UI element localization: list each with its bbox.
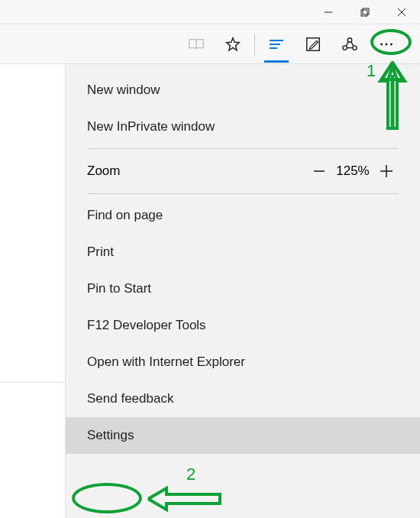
webnote-button[interactable] <box>295 26 331 63</box>
toolbar-separator <box>254 34 255 55</box>
zoom-out-button[interactable] <box>307 163 331 179</box>
close-button[interactable] <box>383 0 420 24</box>
hub-icon <box>267 35 286 53</box>
reading-view-icon <box>188 36 205 53</box>
svg-point-11 <box>353 45 357 50</box>
minus-icon <box>312 163 327 179</box>
more-menu: New window New InPrivate window Zoom 125… <box>66 64 420 518</box>
menu-separator <box>87 193 399 194</box>
svg-rect-1 <box>361 10 367 16</box>
window-titlebar <box>0 0 420 24</box>
menu-item-label: Find on page <box>87 208 163 223</box>
browser-toolbar <box>0 24 420 64</box>
page-background-left <box>0 64 66 518</box>
menu-item-label: Pin to Start <box>87 281 151 296</box>
menu-item-label: Settings <box>87 428 134 443</box>
share-button[interactable] <box>331 26 368 63</box>
svg-point-10 <box>343 45 347 50</box>
menu-item-label: Open with Internet Explorer <box>87 355 245 370</box>
menu-zoom-row: Zoom 125% <box>66 152 420 190</box>
menu-devtools[interactable]: F12 Developer Tools <box>66 307 420 344</box>
minimize-button[interactable] <box>310 0 347 24</box>
menu-new-inprivate[interactable]: New InPrivate window <box>66 108 420 145</box>
maximize-button[interactable] <box>347 0 383 24</box>
menu-open-ie[interactable]: Open with Internet Explorer <box>66 344 420 380</box>
menu-find[interactable]: Find on page <box>66 197 420 234</box>
menu-item-label: New InPrivate window <box>87 119 215 134</box>
reading-view-button[interactable] <box>178 26 215 63</box>
zoom-label: Zoom <box>87 163 120 179</box>
svg-line-12 <box>346 41 348 46</box>
menu-settings[interactable]: Settings <box>66 417 420 454</box>
webnote-icon <box>305 36 321 53</box>
minimize-icon <box>324 8 333 17</box>
content-area: New window New InPrivate window Zoom 125… <box>0 64 420 518</box>
menu-print[interactable]: Print <box>66 234 420 270</box>
favorites-button[interactable] <box>215 26 251 63</box>
menu-item-label: New window <box>87 83 160 98</box>
menu-item-label: Print <box>87 244 114 260</box>
svg-point-15 <box>380 43 383 45</box>
maximize-icon <box>360 8 370 17</box>
menu-feedback[interactable]: Send feedback <box>66 380 420 417</box>
more-button[interactable] <box>368 26 405 63</box>
zoom-in-button[interactable] <box>374 163 399 180</box>
star-icon <box>225 36 241 53</box>
hub-button[interactable] <box>258 26 295 63</box>
menu-new-window[interactable]: New window <box>66 72 420 108</box>
page-background-divider <box>0 382 66 383</box>
svg-rect-2 <box>363 8 369 15</box>
svg-point-17 <box>390 43 393 45</box>
menu-pin[interactable]: Pin to Start <box>66 270 420 307</box>
more-icon <box>378 36 395 53</box>
hub-active-indicator <box>264 60 289 63</box>
svg-line-13 <box>351 41 354 46</box>
share-icon <box>341 36 358 53</box>
menu-separator <box>87 148 399 149</box>
svg-point-16 <box>386 43 388 45</box>
close-icon <box>397 8 406 17</box>
zoom-value: 125% <box>331 163 374 179</box>
plus-icon <box>378 163 395 180</box>
menu-item-label: Send feedback <box>87 391 173 406</box>
menu-item-label: F12 Developer Tools <box>87 318 206 333</box>
